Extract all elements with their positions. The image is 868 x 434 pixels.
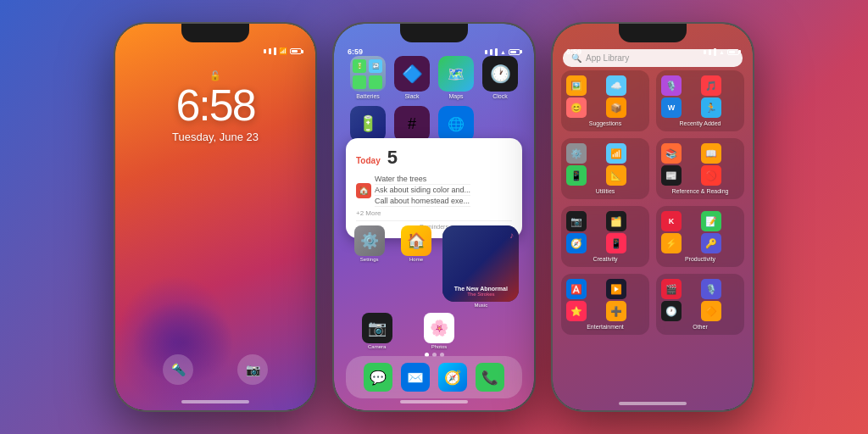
widget-title: Today [356,156,381,165]
reminder-item-2: Ask about siding color and... [375,185,470,196]
reminder-item-1: Water the trees [375,174,470,185]
slack-label: Slack [404,93,419,99]
recently-added-folder[interactable]: 🎙️ 🎵 W 🏃 Recently Added [656,70,744,131]
clock-app[interactable]: 🕐 Clock [480,56,520,99]
settings-mini: ⚙️ [566,143,587,164]
key-mini: 🔑 [701,233,721,253]
reference-label: Reference & Reading [661,188,739,194]
action-mini: ⚡ [661,233,682,253]
music-title: The New Abnormal [454,286,508,292]
entertainment-folder[interactable]: 🅰️ ▶️ ⭐ ➕ Entertainment [561,274,649,335]
layers-mini: 🗂️ [606,211,626,231]
books-mini: 📚 [661,143,682,164]
music-note-icon: ♪ [509,231,514,240]
status-bar-home: 6:59 ▲ [334,24,534,59]
recently-added-label: Recently Added [661,120,739,126]
photos-app[interactable]: 🌸 Photos [419,313,459,349]
batteries-label: Batteries [356,93,380,99]
lib-row-4: 🅰️ ▶️ ⭐ ➕ Entertainment 🎬 🎙️ 🕐 🔶 [561,274,744,335]
podcasts-mini: 🎙️ [661,75,682,96]
camera-mini: 📷 [566,211,587,231]
news-mini: 📰 [661,165,682,186]
library-status-time: 6:59 [566,47,581,56]
status-bar: 📶 [115,24,315,58]
extra-mini: 🔶 [701,301,721,321]
plus-mini: ➕ [606,301,626,321]
batteries-folder[interactable]: 🔋 ↩️ Batteries [348,56,388,99]
home-indicator-home[interactable] [400,400,468,403]
amazon-mini: 📦 [606,97,626,118]
amc-mini: 🎬 [661,279,682,299]
home-indicator[interactable] [181,400,249,403]
reading-mini: 📖 [701,143,721,164]
home-label: Home [409,257,423,262]
appstore-mini: 🅰️ [566,279,587,299]
phone-app-library: 6:59 ▲ 🔍 App Library [551,22,754,412]
entertainment-label: Entertainment [566,324,644,330]
lock-date: Tuesday, June 23 [172,131,259,143]
lib-row-1: 🖼️ ☁️ 😊 📦 Suggestions 🎙️ 🎵 W 🏃 [561,70,744,131]
music-artist: The Strokes [467,292,494,297]
widget-items: 🏠 Water the trees Ask about siding color… [356,174,512,217]
slack-app[interactable]: 🔷 Slack [392,56,432,99]
lock-bottom-actions: 🔦 📷 [115,354,315,385]
star-mini: ⭐ [566,301,587,321]
music-label: Music [442,303,519,308]
reminder-icon: 🏠 [356,183,371,198]
w-mini: W [661,97,682,118]
safari-mini: 🧭 [566,233,587,253]
other-label: Other [661,324,739,330]
settings-app[interactable]: ⚙️ Settings [349,225,390,308]
lock-time-area: 6:58 Tuesday, June 23 [172,83,259,143]
productivity-label: Productivity [661,256,739,262]
widget-count: 5 [387,147,398,169]
home-screen-bg: 6:59 ▲ 🔋 ↩️ [334,24,534,410]
prime-mini: ▶️ [606,279,626,299]
phone-lock-screen: 📶 🔓 6:58 Tuesday, June 23 🔦 📷 [114,22,317,412]
camera-button[interactable]: 📷 [237,354,268,385]
lock-screen-bg: 📶 🔓 6:58 Tuesday, June 23 🔦 📷 [115,24,315,410]
safari-dock-icon[interactable]: 🧭 [438,363,467,392]
camera-label: Camera [368,344,386,349]
suggestions-label: Suggestions [566,120,644,126]
maps-app[interactable]: 🗺️ Maps [436,56,476,99]
phone-home-screen: 6:59 ▲ 🔋 ↩️ [332,22,536,412]
note-mini: 📝 [701,211,721,231]
utilities-folder[interactable]: ⚙️ 📶 📱 📐 Utilities [561,138,649,199]
productivity-folder[interactable]: K 📝 ⚡ 🔑 Productivity [656,206,744,267]
mail-dock-icon[interactable]: ✉️ [401,363,430,392]
messages-dock-icon[interactable]: 💬 [364,363,392,392]
utilities-label: Utilities [566,188,644,194]
k-mini: K [661,211,682,231]
library-grid: 🖼️ ☁️ 😊 📦 Suggestions 🎙️ 🎵 W 🏃 [561,70,744,410]
suggestions-folder[interactable]: 🖼️ ☁️ 😊 📦 Suggestions [561,70,649,131]
photos-mini: 🖼️ [566,75,587,96]
other-folder[interactable]: 🎬 🎙️ 🕐 🔶 Other [656,274,744,335]
clock2-mini: 🕐 [661,301,682,321]
lib-row-3: 📷 🗂️ 🧭 📱 Creativity K 📝 ⚡ 🔑 [561,206,744,267]
reminders-widget[interactable]: Today 5 🏠 Water the trees Ask about sidi… [346,138,522,238]
fitness-mini: 🏃 [701,97,721,118]
app-library-screen: 6:59 ▲ 🔍 App Library [553,24,753,410]
clock-label: Clock [492,93,508,99]
music-widget[interactable]: ♪ The New Abnormal The Strokes Music [442,225,519,308]
photo2-mini: 📱 [606,233,626,253]
widget-more: +2 More [356,209,512,217]
creativity-folder[interactable]: 📷 🗂️ 🧭 📱 Creativity [561,206,649,267]
measure-mini: 📐 [606,165,626,186]
home-bottom-apps: ⚙️ Settings 🏠 Home ♪ The New Abnormal [346,225,522,364]
home-indicator-library[interactable] [619,402,687,405]
settings-label: Settings [360,257,379,262]
photos-label: Photos [431,344,448,349]
lock-time: 6:58 [172,83,259,127]
phone-dock-icon[interactable]: 📞 [476,363,504,392]
reminder-item-3: Call about homestead exe... [375,196,470,207]
creativity-label: Creativity [566,256,644,262]
dock: 💬 ✉️ 🧭 📞 [346,356,522,398]
camera-app[interactable]: 📷 Camera [357,313,398,349]
block-mini: 🚫 [701,165,721,186]
home-app[interactable]: 🏠 Home [396,225,437,308]
flashlight-button[interactable]: 🔦 [163,354,193,385]
reference-folder[interactable]: 📚 📖 📰 🚫 Reference & Reading [656,138,744,199]
cloud-mini: ☁️ [606,75,626,96]
